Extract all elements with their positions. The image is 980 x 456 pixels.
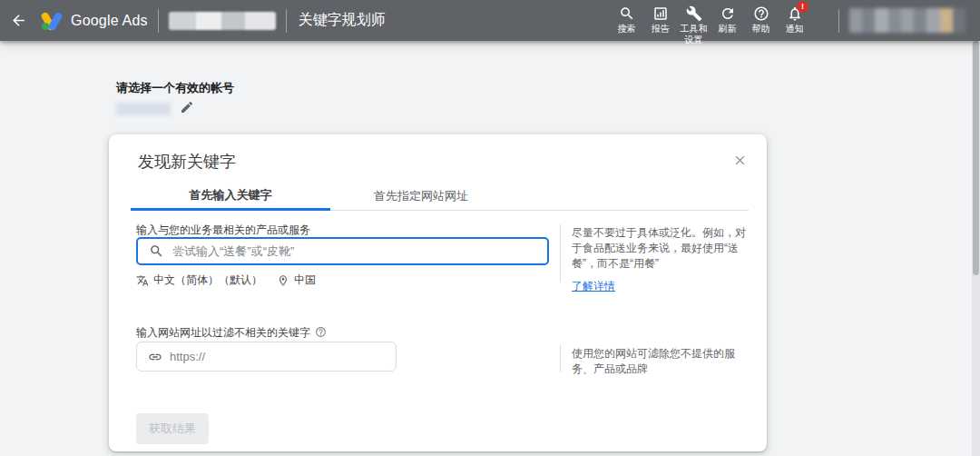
url-input-container <box>136 342 397 372</box>
help-circle-icon <box>315 326 327 338</box>
back-button[interactable] <box>0 0 36 41</box>
notifications-action[interactable]: 通知 ! <box>778 0 811 41</box>
tip-divider <box>560 224 561 283</box>
top-app-bar: Google Ads 关键字规划师 搜索 报告 工具和设置 刷新 <box>0 0 980 41</box>
scrollbar-track[interactable] <box>972 41 980 456</box>
brand-name: Google Ads <box>71 13 148 29</box>
edit-account-button[interactable] <box>180 100 194 118</box>
scrollbar-thumb[interactable] <box>973 41 979 275</box>
location-pin-icon <box>277 274 289 287</box>
pencil-icon <box>180 100 194 114</box>
url-section-label-text: 输入网站网址以过滤不相关的关键字 <box>136 325 310 341</box>
link-icon <box>148 350 162 364</box>
help-action[interactable]: 帮助 <box>744 0 778 41</box>
help-icon <box>753 5 769 22</box>
tab-specify-website[interactable]: 首先指定网站网址 <box>330 182 512 211</box>
arrow-back-icon <box>10 12 27 29</box>
reports-action[interactable]: 报告 <box>643 0 677 41</box>
action-label: 通知 <box>779 24 810 35</box>
topbar-divider <box>286 9 287 33</box>
action-label: 搜索 <box>612 24 642 35</box>
topbar-divider <box>838 9 839 33</box>
page-title: 关键字规划师 <box>299 11 386 30</box>
learn-more-link[interactable]: 了解详情 <box>572 279 615 294</box>
topbar-actions: 搜索 报告 工具和设置 刷新 帮助 通知 ! <box>610 0 811 41</box>
keyword-input[interactable] <box>172 244 547 258</box>
action-label: 工具和设置 <box>679 24 710 45</box>
location-selector[interactable]: 中国 <box>277 273 316 288</box>
topbar-divider <box>158 9 159 33</box>
language-value: 中文（简体）（默认） <box>153 273 262 288</box>
account-id-redacted <box>116 103 171 115</box>
language-location-row: 中文（简体）（默认） 中国 <box>136 273 316 288</box>
notification-badge: ! <box>797 1 808 13</box>
tab-enter-keywords[interactable]: 首先输入关键字 <box>131 182 330 211</box>
tab-label: 首先输入关键字 <box>190 187 272 203</box>
tools-settings-icon <box>686 5 702 22</box>
get-results-button[interactable]: 获取结果 <box>136 413 209 444</box>
account-value-row <box>116 100 194 118</box>
action-label: 报告 <box>645 24 676 35</box>
location-value: 中国 <box>294 273 316 288</box>
url-input[interactable] <box>170 350 396 363</box>
tools-settings-action[interactable]: 工具和设置 <box>677 0 710 41</box>
keyword-tip: 尽量不要过于具体或泛化。例如，对于食品配送业务来说，最好使用“送餐”，而不是“用… <box>572 225 753 294</box>
url-tip: 使用您的网站可滤除您不提供的服务、产品或品牌 <box>572 346 753 377</box>
close-dialog-button[interactable] <box>730 151 749 169</box>
keyword-input-container <box>136 237 549 265</box>
account-name-redacted[interactable] <box>169 12 276 30</box>
refresh-icon <box>720 5 736 22</box>
action-label: 刷新 <box>712 24 743 35</box>
google-ads-logo <box>42 12 62 30</box>
discover-keywords-dialog: 发现新关键字 首先输入关键字 首先指定网站网址 输入与您的业务最相关的产品或服务… <box>109 134 767 451</box>
account-info-redacted[interactable] <box>849 8 965 33</box>
dialog-title: 发现新关键字 <box>138 151 236 173</box>
close-icon <box>733 154 747 167</box>
keyword-section-label: 输入与您的业务最相关的产品或服务 <box>136 223 310 238</box>
keyword-tip-text: 尽量不要过于具体或泛化。例如，对于食品配送业务来说，最好使用“送餐”，而不是“用… <box>572 226 746 270</box>
refresh-action[interactable]: 刷新 <box>710 0 744 41</box>
url-help-button[interactable] <box>315 326 327 341</box>
translate-icon <box>136 274 149 287</box>
search-icon <box>619 5 635 22</box>
search-icon <box>149 243 164 259</box>
select-account-heading: 请选择一个有效的帐号 <box>116 80 234 96</box>
tab-label: 首先指定网站网址 <box>374 188 468 204</box>
url-tip-text: 使用您的网站可滤除您不提供的服务、产品或品牌 <box>572 347 735 375</box>
action-label: 帮助 <box>746 24 777 35</box>
language-selector[interactable]: 中文（简体）（默认） <box>136 273 262 288</box>
url-section-label: 输入网站网址以过滤不相关的关键字 <box>136 325 327 341</box>
reports-icon <box>652 5 669 22</box>
search-action[interactable]: 搜索 <box>610 0 643 41</box>
tip-divider <box>560 345 561 372</box>
dialog-tabs: 首先输入关键字 首先指定网站网址 <box>131 182 749 211</box>
